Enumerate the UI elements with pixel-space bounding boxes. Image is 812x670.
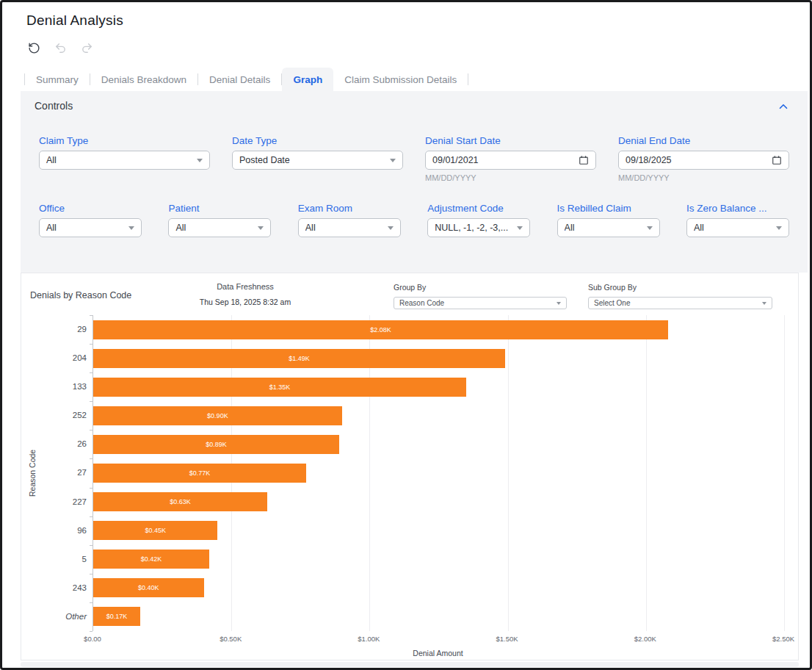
y-axis-label: 252 <box>43 401 87 430</box>
controls-panel: Controls Claim Type All Date Type Posted… <box>21 91 808 273</box>
controls-title: Controls <box>35 100 73 112</box>
tab-denial-details[interactable]: Denial Details <box>198 68 281 91</box>
is-zero-balance-select[interactable]: All <box>686 218 789 237</box>
tab-denials-breakdown[interactable]: Denials Breakdown <box>90 68 197 91</box>
filter-exam-room: Exam Room All <box>298 203 401 237</box>
y-axis-label: 96 <box>43 516 87 545</box>
bar-value-label: $0.42K <box>141 555 162 563</box>
sub-group-by-label: Sub Group By <box>588 283 772 292</box>
caret-down-icon <box>197 159 203 162</box>
select-value: All <box>305 223 383 233</box>
denial-start-date-input[interactable]: 09/01/2021 <box>425 151 596 170</box>
caret-down-icon <box>647 226 653 230</box>
filter-label: Office <box>39 203 142 214</box>
bar-value-label: $1.35K <box>269 383 291 391</box>
exam-room-select[interactable]: All <box>298 218 401 237</box>
filter-label: Denial End Date <box>618 135 789 146</box>
patient-select[interactable]: All <box>168 218 271 237</box>
gridline <box>784 315 785 631</box>
gridline <box>508 315 509 631</box>
y-tick <box>90 344 93 345</box>
undo-icon[interactable] <box>53 40 68 55</box>
filter-adjustment-code: Adjustment Code NULL, -1, -2, -3,... <box>427 203 530 237</box>
gridline <box>646 315 647 631</box>
x-axis-labels: $0.00$0.50K$1.00K$1.50K$2.00K$2.50K <box>93 635 783 644</box>
bar-243[interactable]: $0.40K <box>93 578 204 597</box>
group-by-control: Group By Reason Code <box>394 283 567 309</box>
select-value: NULL, -1, -2, -3,... <box>435 223 512 233</box>
filter-office: Office All <box>39 203 142 237</box>
office-select[interactable]: All <box>39 218 142 237</box>
date-type-select[interactable]: Posted Date <box>232 151 403 170</box>
select-value: Select One <box>594 299 758 307</box>
filter-label: Claim Type <box>39 135 210 146</box>
filter-label: Date Type <box>232 135 403 146</box>
denial-end-date-input[interactable]: 09/18/2025 <box>618 151 789 170</box>
y-tick <box>90 372 93 373</box>
filter-label: Is Rebilled Claim <box>557 203 660 214</box>
bar-96[interactable]: $0.45K <box>93 521 217 540</box>
bar-227[interactable]: $0.63K <box>93 492 267 511</box>
y-axis-title: Reason Code <box>27 315 37 631</box>
y-tick <box>90 430 93 431</box>
select-value: Posted Date <box>239 155 385 165</box>
x-axis-title: Denial Amount <box>93 649 783 658</box>
redo-icon[interactable] <box>79 40 94 55</box>
x-tick-label: $2.50K <box>772 635 794 643</box>
filter-denial-start-date: Denial Start Date 09/01/2021 MM/DD/YYYY <box>425 135 596 182</box>
bar-27[interactable]: $0.77K <box>93 464 306 483</box>
tab-summary[interactable]: Summary <box>25 68 90 91</box>
y-axis-label: 29 <box>43 315 87 344</box>
caret-down-icon <box>557 302 561 305</box>
calendar-icon[interactable] <box>772 155 782 165</box>
controls-row-2: Office All Patient All Exam Room All <box>39 203 789 237</box>
group-by-select[interactable]: Reason Code <box>394 297 567 309</box>
y-axis-label: 27 <box>43 458 87 487</box>
bar-value-label: $0.90K <box>207 412 228 419</box>
tab-bar: Summary Denials Breakdown Denial Details… <box>24 68 468 91</box>
refresh-icon[interactable] <box>26 40 41 55</box>
is-rebilled-claim-select[interactable]: All <box>557 218 660 237</box>
tab-claim-submission-details[interactable]: Claim Submission Details <box>333 68 468 91</box>
x-tick-label: $1.50K <box>496 635 518 643</box>
bar-133[interactable]: $1.35K <box>93 378 466 397</box>
calendar-icon[interactable] <box>579 155 589 165</box>
sub-group-by-select[interactable]: Select One <box>588 297 772 309</box>
select-value: All <box>565 223 642 233</box>
filter-label: Adjustment Code <box>427 203 530 214</box>
x-tick-label: $0.00 <box>84 635 101 643</box>
y-tick <box>90 516 93 517</box>
caret-down-icon <box>258 226 264 230</box>
select-value: All <box>175 223 253 233</box>
chart-card: Denials by Reason Code Data Freshness Th… <box>21 273 799 660</box>
adjustment-code-select[interactable]: NULL, -1, -2, -3,... <box>427 218 530 237</box>
y-tick <box>90 574 93 574</box>
y-axis-label: 204 <box>43 344 87 372</box>
y-axis-label: Other <box>43 602 87 631</box>
bar-value-label: $2.08K <box>370 326 391 334</box>
y-tick <box>90 488 93 489</box>
group-by-label: Group By <box>394 283 567 292</box>
tab-graph[interactable]: Graph <box>282 68 333 91</box>
chevron-up-icon[interactable] <box>777 100 790 113</box>
y-axis-label: 243 <box>43 574 87 602</box>
bar-value-label: $1.49K <box>289 355 310 362</box>
filter-label: Exam Room <box>298 203 401 214</box>
x-tick-label: $1.00K <box>358 635 380 643</box>
filter-is-rebilled-claim: Is Rebilled Claim All <box>557 203 660 237</box>
bar-value-label: $0.40K <box>138 584 159 591</box>
y-axis-label: 133 <box>43 372 87 401</box>
bar-Other[interactable]: $0.17K <box>93 607 140 626</box>
chart-title: Denials by Reason Code <box>30 290 131 300</box>
bar-204[interactable]: $1.49K <box>93 349 505 368</box>
filter-date-type: Date Type Posted Date <box>232 135 403 182</box>
date-format-hint: MM/DD/YYYY <box>618 173 789 182</box>
data-freshness-label: Data Freshness <box>186 282 304 291</box>
bar-26[interactable]: $0.89K <box>93 435 339 454</box>
bar-252[interactable]: $0.90K <box>93 406 342 425</box>
bar-29[interactable]: $2.08K <box>93 320 668 339</box>
tab-separator <box>468 73 468 85</box>
y-tick <box>90 401 93 402</box>
bar-5[interactable]: $0.42K <box>93 550 209 569</box>
claim-type-select[interactable]: All <box>39 151 210 170</box>
